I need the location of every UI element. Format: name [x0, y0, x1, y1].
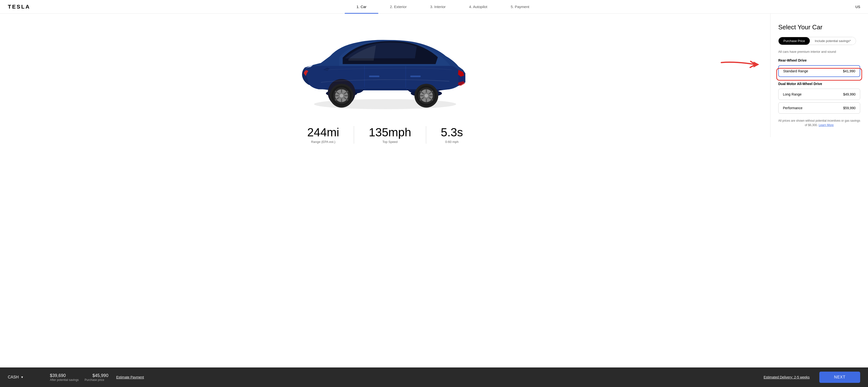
option-long-range[interactable]: Long Range $49,990	[778, 89, 860, 100]
config-title: Select Your Car	[778, 24, 860, 31]
stat-range-value: 244mi	[307, 126, 339, 139]
svg-rect-3	[369, 75, 379, 77]
config-subtitle: All cars have premium interior and sound	[778, 50, 860, 54]
nav-step-interior[interactable]: 3. Interior	[418, 0, 457, 14]
incentive-note: All prices are shown without potential i…	[778, 119, 860, 127]
header: TESLA 1. Car 2. Exterior 3. Interior 4. …	[0, 0, 868, 14]
awd-title: Dual Motor All-Wheel Drive	[778, 82, 860, 86]
stat-speed-value: 135mph	[369, 126, 411, 139]
nav-step-exterior[interactable]: 2. Exterior	[378, 0, 418, 14]
car-stats: 244mi Range (EPA est.) 135mph Top Speed …	[293, 126, 478, 144]
tesla-logo: TESLA	[8, 4, 30, 10]
car-image-area	[287, 24, 483, 114]
rwd-title: Rear-Wheel Drive	[778, 58, 860, 62]
toggle-include-savings[interactable]: Include potential savings*	[810, 37, 856, 45]
stat-acceleration-value: 5.3s	[441, 126, 463, 139]
rwd-section: Rear-Wheel Drive Standard Range $41,990	[778, 58, 860, 77]
config-panel-wrapper: Select Your Car Purchase Price Include p…	[770, 14, 868, 154]
nav-step-car[interactable]: 1. Car	[345, 0, 378, 14]
nav-step-autopilot[interactable]: 4. Autopilot	[458, 0, 499, 14]
option-standard-range-name: Standard Range	[783, 69, 808, 73]
car-illustration	[293, 24, 477, 114]
option-performance[interactable]: Performance $59,990	[778, 102, 860, 114]
option-standard-range[interactable]: Standard Range $41,990	[778, 65, 860, 77]
stat-range: 244mi Range (EPA est.)	[293, 126, 354, 144]
learn-more-link[interactable]: Learn More	[818, 123, 834, 127]
stat-speed-label: Top Speed	[369, 140, 411, 144]
region-selector[interactable]: US	[856, 5, 860, 9]
svg-rect-4	[410, 75, 421, 77]
step-nav: 1. Car 2. Exterior 3. Interior 4. Autopi…	[30, 0, 855, 14]
awd-section: Dual Motor All-Wheel Drive Long Range $4…	[778, 82, 860, 114]
stat-range-label: Range (EPA est.)	[307, 140, 339, 144]
stat-speed: 135mph Top Speed	[354, 126, 426, 144]
toggle-purchase-price[interactable]: Purchase Price	[778, 37, 810, 45]
option-performance-price: $59,990	[843, 106, 856, 110]
car-panel: 244mi Range (EPA est.) 135mph Top Speed …	[0, 14, 770, 154]
option-standard-range-price: $41,990	[843, 69, 855, 73]
config-panel: Select Your Car Purchase Price Include p…	[770, 14, 868, 137]
option-long-range-price: $49,990	[843, 92, 856, 96]
price-toggle[interactable]: Purchase Price Include potential savings…	[778, 37, 856, 45]
svg-point-27	[425, 94, 428, 97]
stat-acceleration: 5.3s 0-60 mph	[426, 126, 478, 144]
option-performance-name: Performance	[783, 106, 803, 110]
stat-acceleration-label: 0-60 mph	[441, 140, 463, 144]
nav-step-payment[interactable]: 5. Payment	[499, 0, 541, 14]
main-content: 244mi Range (EPA est.) 135mph Top Speed …	[0, 14, 868, 154]
option-long-range-name: Long Range	[783, 92, 802, 96]
svg-point-16	[340, 94, 343, 97]
